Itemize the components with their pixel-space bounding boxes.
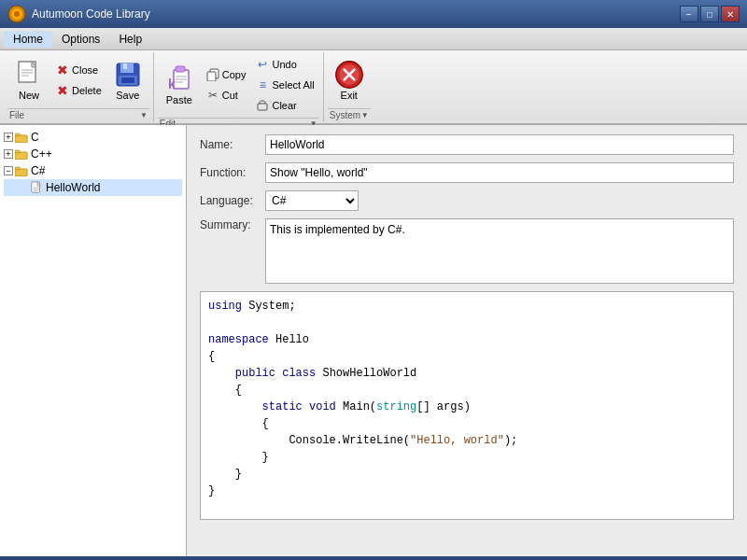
select-all-button[interactable]: ≡ Select All xyxy=(250,75,318,95)
copy-button[interactable]: Copy xyxy=(201,64,251,85)
file-group-footer: File ▼ xyxy=(7,108,149,121)
menu-options[interactable]: Options xyxy=(52,31,109,48)
file-group-arrow[interactable]: ▼ xyxy=(140,111,148,119)
summary-label: Summary: xyxy=(200,218,265,231)
helloworld-file-icon xyxy=(30,181,43,194)
name-input[interactable] xyxy=(265,134,734,155)
menu-home[interactable]: Home xyxy=(4,31,52,48)
select-icon: ≡ xyxy=(255,77,270,92)
new-label: New xyxy=(19,90,39,101)
svg-rect-29 xyxy=(15,167,20,170)
save-button[interactable]: Save xyxy=(106,54,149,106)
code-container[interactable]: using System; namespace Hello { public c… xyxy=(200,291,734,520)
exit-button[interactable]: Exit xyxy=(328,54,371,106)
close-delete-group: ✖ Close ✖ Delete xyxy=(50,60,106,101)
svg-rect-10 xyxy=(123,63,127,69)
svg-rect-21 xyxy=(258,104,267,110)
tree-item-cpp[interactable]: + C++ xyxy=(4,146,182,162)
menu-bar: Home Options Help xyxy=(0,28,747,50)
name-row: Name: xyxy=(200,134,734,155)
helloworld-label: HelloWorld xyxy=(46,181,100,194)
main-area: + C + C++ − C# xyxy=(0,125,747,556)
restore-button[interactable]: □ xyxy=(700,6,719,22)
cut-icon: ✂ xyxy=(205,88,220,103)
c-label: C xyxy=(31,131,39,144)
status-bar: http://www.tackolty.com xyxy=(0,556,747,560)
cut-button[interactable]: ✂ Cut xyxy=(201,85,251,105)
clear-icon xyxy=(255,98,270,113)
file-group-label: File xyxy=(9,110,24,120)
ribbon-group-system: Exit System ▼ xyxy=(324,52,374,121)
new-button[interactable]: New xyxy=(7,54,50,106)
title-bar-buttons: − □ ✕ xyxy=(680,6,740,22)
svg-rect-27 xyxy=(15,150,20,153)
ribbon-group-edit: k Paste Copy ✂ xyxy=(154,52,324,121)
svg-rect-14 xyxy=(176,66,185,72)
title-bar-left: Autumoon Code Library xyxy=(7,5,150,23)
clear-label: Clear xyxy=(272,100,296,111)
language-label: Language: xyxy=(200,194,265,207)
new-icon xyxy=(14,60,44,90)
undo-button[interactable]: ↩ Undo xyxy=(250,54,318,75)
csharp-folder-icon xyxy=(15,166,28,176)
menu-help[interactable]: Help xyxy=(109,31,151,48)
summary-textarea[interactable]: This is implemented by C#. xyxy=(265,218,734,284)
edit-small-group: Copy ✂ Cut xyxy=(201,64,251,105)
tree-item-csharp[interactable]: − C# xyxy=(4,162,182,179)
language-select[interactable]: C# C C++ Java Python xyxy=(265,190,359,211)
function-label: Function: xyxy=(200,166,265,179)
detail-panel: Name: Function: Language: C# C C++ Java … xyxy=(187,125,747,556)
system-group-arrow[interactable]: ▼ xyxy=(361,111,369,119)
delete-button[interactable]: ✖ Delete xyxy=(50,80,106,101)
exit-label: Exit xyxy=(341,90,358,101)
c-folder-icon xyxy=(15,133,28,143)
svg-point-2 xyxy=(14,11,20,17)
delete-label: Delete xyxy=(72,85,102,96)
paste-button[interactable]: k Paste xyxy=(158,59,201,111)
delete-icon: ✖ xyxy=(55,83,70,98)
tree-item-helloworld[interactable]: HelloWorld xyxy=(4,179,182,196)
undo-label: Undo xyxy=(272,59,296,70)
svg-rect-25 xyxy=(15,133,20,136)
name-label: Name: xyxy=(200,138,265,151)
svg-rect-20 xyxy=(207,72,216,81)
summary-row: Summary: This is implemented by C#. xyxy=(200,218,734,284)
cut-label: Cut xyxy=(222,90,238,101)
title-bar: Autumoon Code Library − □ ✕ xyxy=(0,0,747,28)
ribbon: New ✖ Close ✖ Delete xyxy=(0,50,747,125)
undo-select-group: ↩ Undo ≡ Select All Clear xyxy=(250,54,318,116)
code-content: using System; namespace Hello { public c… xyxy=(208,298,726,499)
window-close-button[interactable]: ✕ xyxy=(721,6,740,22)
close-icon: ✖ xyxy=(55,63,70,77)
csharp-label: C# xyxy=(31,164,45,177)
tree-item-c[interactable]: + C xyxy=(4,129,182,146)
copy-label: Copy xyxy=(222,69,247,80)
csharp-toggle[interactable]: − xyxy=(4,166,13,175)
clear-button[interactable]: Clear xyxy=(250,95,318,116)
cpp-label: C++ xyxy=(31,147,52,161)
system-group-label: System xyxy=(330,110,360,120)
language-row: Language: C# C C++ Java Python xyxy=(200,190,734,211)
system-group-footer: System ▼ xyxy=(328,108,371,121)
close-button[interactable]: ✖ Close xyxy=(50,60,106,80)
function-row: Function: xyxy=(200,162,734,183)
ribbon-group-edit-content: k Paste Copy ✂ xyxy=(158,52,319,118)
ribbon-group-file: New ✖ Close ✖ Delete xyxy=(4,52,154,121)
cpp-toggle[interactable]: + xyxy=(4,149,13,159)
exit-icon xyxy=(334,60,364,90)
app-title: Autumoon Code Library xyxy=(32,7,150,21)
save-label: Save xyxy=(116,90,139,101)
copy-icon xyxy=(205,67,220,82)
tree-panel: + C + C++ − C# xyxy=(0,125,187,556)
svg-rect-12 xyxy=(121,77,134,83)
paste-label: Paste xyxy=(166,94,192,105)
paste-icon: k xyxy=(164,64,194,94)
save-icon xyxy=(113,60,143,90)
c-toggle[interactable]: + xyxy=(4,133,13,142)
minimize-button[interactable]: − xyxy=(680,6,698,22)
function-input[interactable] xyxy=(265,162,734,183)
ribbon-group-file-content: New ✖ Close ✖ Delete xyxy=(7,52,149,108)
svg-text:k: k xyxy=(168,77,176,91)
undo-icon: ↩ xyxy=(255,57,270,72)
ribbon-group-system-content: Exit xyxy=(328,52,371,108)
